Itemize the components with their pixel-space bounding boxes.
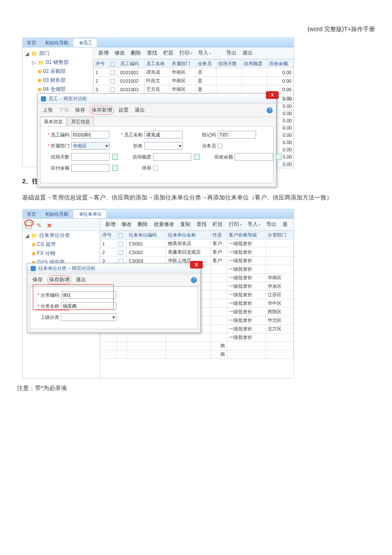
new-icon-button[interactable] (25, 222, 33, 229)
dialog-close-button[interactable]: X (266, 91, 279, 99)
save-new-button[interactable]: 保存新增 (47, 275, 72, 284)
tab-employee[interactable]: ⊗员工 (73, 38, 97, 47)
tab-init[interactable]: 初始化导航 (41, 38, 73, 47)
table-row[interactable]: 1CS001物美用友店客户一级批发价 (101, 240, 294, 248)
copy-button[interactable]: 复制 (178, 220, 193, 229)
columns-button[interactable]: 栏目 (161, 49, 176, 58)
exit-button[interactable]: 退出 (133, 106, 147, 114)
next-button[interactable]: 下张 (57, 106, 71, 114)
help-icon[interactable]: ? (267, 107, 273, 113)
tab-other-info[interactable]: 其它信息 (67, 117, 94, 126)
help-icon[interactable]: ? (191, 277, 197, 283)
stop-checkbox[interactable] (153, 166, 158, 171)
tab-basic-info[interactable]: 基本信息 (40, 117, 66, 126)
import-dropdown[interactable]: 导入 (196, 49, 213, 58)
salesman-checkbox[interactable] (218, 144, 222, 148)
calc-icon[interactable] (276, 154, 282, 160)
tree-node[interactable]: CS 超市 (23, 240, 100, 249)
save-button[interactable]: 保存 (31, 276, 44, 284)
batch-edit-button[interactable]: 批量修改 (151, 220, 177, 229)
receivable-input[interactable] (235, 153, 273, 161)
tree-node-label: 01 销售部 (46, 59, 69, 66)
calc-icon[interactable] (194, 154, 200, 160)
new-button[interactable]: 新增 (96, 49, 111, 58)
exit-button[interactable]: 退 (280, 220, 290, 229)
credit-limit-input[interactable] (153, 153, 191, 161)
table-row[interactable]: 商 (101, 342, 294, 350)
import-dropdown[interactable]: 导入 (245, 220, 263, 229)
tab-home[interactable]: 首页 (23, 38, 41, 47)
ie-icon (31, 266, 36, 271)
settings-button[interactable]: 设置 (117, 106, 130, 114)
section-2-body: 基础设置→常用信息设置→客户、供应商的添加→添加往来单位分类→再添加往来单位（客… (22, 192, 379, 203)
tree-root[interactable]: ◢📁部门 (23, 49, 93, 58)
prev-button[interactable]: 上张 (41, 106, 55, 114)
parent-select[interactable]: ▾ (61, 313, 116, 321)
find-button[interactable]: 查找 (144, 49, 160, 58)
col-seq: 序号 (101, 231, 117, 240)
calc-icon[interactable] (112, 154, 118, 160)
exit-button[interactable]: 退出 (74, 276, 88, 284)
category-code-input[interactable] (61, 291, 116, 299)
tab-partner[interactable]: ⊗往来单位 (73, 209, 107, 218)
tree-node[interactable]: 03 财务部 (23, 76, 93, 85)
bullet-icon (38, 79, 41, 82)
dialog-title-bar: 往来单位分类 -- 网页对话框 (27, 263, 200, 274)
edit-button[interactable]: 修改 (112, 49, 127, 58)
tree-node[interactable]: FX 分销 (23, 249, 100, 258)
job-select[interactable]: ▾ (144, 142, 183, 150)
tree-node-label: 02 采购部 (43, 68, 66, 75)
calc-icon[interactable] (112, 165, 118, 171)
edit-button[interactable]: 修改 (119, 220, 134, 229)
ie-icon (41, 96, 46, 101)
employee-toolbar: 新增 修改 删除 查找 栏目 打印 导入 导出 退出 (93, 47, 294, 59)
employee-name-input[interactable] (144, 131, 183, 139)
print-dropdown[interactable]: 打印 (226, 220, 244, 229)
export-button[interactable]: 导出 (264, 220, 279, 229)
tab-init[interactable]: 初始化导航 (41, 210, 73, 218)
dialog-close-button[interactable]: X (190, 261, 203, 269)
credit-days-input[interactable] (71, 153, 110, 161)
save-new-button[interactable]: 保存新增 (89, 106, 114, 115)
dept-select[interactable]: 华南区▾ (71, 142, 110, 150)
table-row[interactable]: 20101002叶昌文华南区是0.00 (94, 77, 294, 85)
new-button[interactable]: 新增 (103, 220, 118, 229)
table-row[interactable]: 商 (101, 350, 294, 359)
col-check[interactable] (116, 231, 127, 240)
tree-node[interactable]: ▷📁01 销售部 (23, 58, 93, 67)
columns-button[interactable]: 栏目 (210, 220, 225, 229)
table-row[interactable]: 10101001谭兆成华南区否0.00 (94, 68, 294, 77)
stop-label: 停用 (126, 165, 151, 171)
employee-screenshot: 首页 初始化导航 ⊗员工 ◢📁部门 ▷📁01 销售部 02 采购部 03 财务部… (22, 38, 294, 167)
tab-home[interactable]: 首页 (23, 210, 41, 218)
export-button[interactable]: 导出 (224, 49, 239, 58)
tree-node[interactable]: 04 仓储部 (23, 85, 93, 94)
bus-label: 业务员 (190, 143, 216, 149)
close-icon[interactable]: ⊗ (79, 211, 83, 217)
payable-input[interactable] (71, 164, 110, 172)
tree-node[interactable]: 02 采购部 (23, 67, 93, 76)
mnemonic-input[interactable] (218, 131, 256, 139)
delete-icon-button[interactable]: ✕ (46, 222, 53, 229)
print-dropdown[interactable]: 打印 (177, 49, 195, 58)
edit-icon-button[interactable]: ✎ (35, 222, 43, 229)
tree-root-label: 往来单位分类 (39, 232, 70, 239)
table-row[interactable]: 2CS002美廉美回龙观店客户一级批发价 (101, 248, 294, 257)
delete-button[interactable]: 删除 (128, 49, 144, 58)
table-row[interactable]: 30101003王文良华南区是0.00 (94, 85, 294, 94)
folder-icon: 📁 (31, 233, 37, 239)
find-button[interactable]: 查找 (194, 220, 209, 229)
employee-code-input[interactable] (71, 131, 110, 139)
delete-button[interactable]: 删除 (135, 220, 150, 229)
category-dialog: X 往来单位分类 -- 网页对话框 保存 保存新增 退出 ? * 分类编码 * … (27, 263, 201, 333)
chevron-down-icon: ▾ (112, 315, 115, 320)
close-icon[interactable]: ⊗ (79, 40, 83, 45)
bullet-icon (32, 252, 35, 255)
tree-root[interactable]: ◢📁往来单位分类 (23, 231, 100, 240)
table-row[interactable]: 一级批发价 (101, 333, 294, 342)
save-button[interactable]: 保存 (73, 106, 87, 114)
exit-button[interactable]: 退出 (240, 49, 255, 58)
category-name-input[interactable] (61, 302, 116, 310)
col-check[interactable] (109, 60, 118, 68)
tab-partner-label: 往来单位 (83, 211, 102, 217)
